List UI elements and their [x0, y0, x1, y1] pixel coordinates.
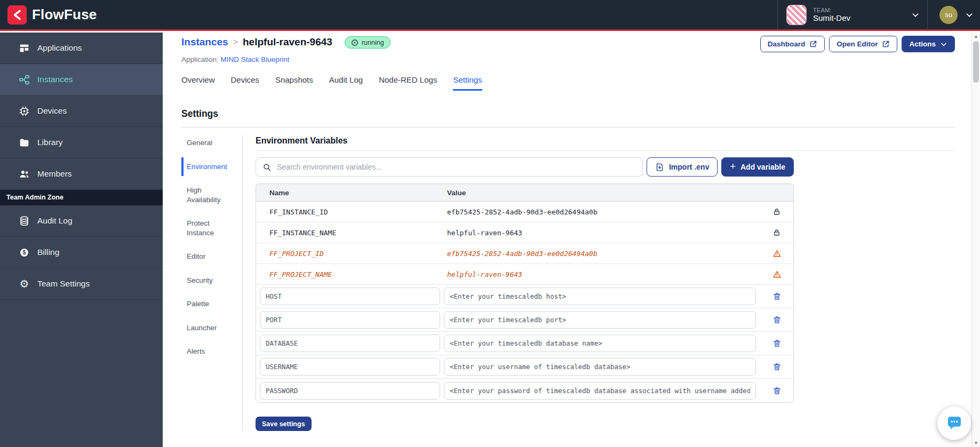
section-title: Environment Variables [256, 136, 955, 146]
page-scrollbar: ▲ ▼ [971, 33, 980, 447]
subnav-high-availability[interactable]: High Availability [187, 186, 236, 204]
table-row: FF_INSTANCE_ID efb75425-2852-4adb-90d3-e… [256, 202, 793, 222]
env-value: helpful-raven-9643 [443, 270, 760, 278]
env-value-input[interactable] [444, 382, 756, 400]
sidebar-item-billing[interactable]: $ Billing [0, 237, 163, 268]
env-value-input[interactable] [444, 334, 756, 352]
table-row: FF_INSTANCE_NAME helpful-raven-9643 [256, 222, 793, 243]
flowfuse-logo-icon [7, 5, 27, 25]
table-row [256, 332, 793, 355]
sidebar-item-instances[interactable]: Instances [0, 64, 163, 95]
brand-name: FlowFuse [32, 6, 97, 23]
env-variables-table: Name Value FF_INSTANCE_ID efb75425-2852-… [256, 183, 794, 403]
search-icon [262, 163, 272, 172]
chevron-down-icon [911, 11, 920, 19]
column-header-name: Name [256, 189, 443, 197]
save-settings-button[interactable]: Save settings [256, 417, 312, 431]
chat-bubble-icon [945, 414, 963, 433]
subnav-security[interactable]: Security [187, 276, 236, 285]
scrollbar-thumb[interactable] [973, 41, 979, 83]
env-name: FF_INSTANCE_ID [256, 208, 443, 216]
tab-snapshots[interactable]: Snapshots [275, 75, 313, 91]
env-name: FF_PROJECT_ID [256, 250, 443, 258]
team-selector[interactable]: TEAM: Sumit-Dev [778, 0, 927, 30]
tab-devices[interactable]: Devices [231, 75, 259, 91]
env-name-input[interactable] [260, 358, 440, 376]
play-circle-icon [351, 39, 358, 46]
divider [181, 127, 955, 127]
team-avatar [786, 5, 807, 25]
breadcrumb-instances-link[interactable]: Instances [181, 36, 228, 48]
env-value-input[interactable] [444, 358, 756, 376]
sidebar-item-devices[interactable]: Devices [0, 95, 163, 127]
trash-icon[interactable] [772, 386, 782, 395]
open-editor-button[interactable]: Open Editor [829, 36, 897, 52]
env-value: helpful-raven-9643 [443, 229, 760, 237]
sidebar-item-members[interactable]: Members [0, 158, 163, 190]
table-row: FF_PROJECT_ID efb75425-2852-4adb-90d3-ee… [256, 243, 793, 264]
sidebar-item-label: Devices [37, 106, 67, 116]
table-row [256, 285, 793, 308]
sidebar-item-audit-log[interactable]: Audit Log [0, 205, 163, 237]
import-file-icon [655, 163, 664, 172]
trash-icon[interactable] [772, 292, 782, 301]
dashboard-button[interactable]: Dashboard [760, 36, 825, 52]
dollar-circle-icon: $ [19, 247, 30, 258]
env-name-input[interactable] [260, 334, 440, 352]
column-header-value: Value [443, 189, 760, 197]
search-box [256, 157, 643, 177]
sidebar-item-label: Audit Log [37, 216, 73, 226]
table-header-row: Name Value [256, 184, 793, 202]
subnav-environment[interactable]: Environment [187, 162, 236, 172]
subnav-editor[interactable]: Editor [187, 252, 236, 261]
scroll-up-arrow[interactable]: ▲ [972, 34, 980, 39]
actions-button[interactable]: Actions [902, 36, 955, 52]
sidebar-item-label: Instances [37, 75, 73, 84]
add-variable-button[interactable]: + Add variable [721, 157, 794, 177]
flowfuse-logo[interactable]: FlowFuse [7, 5, 97, 25]
import-env-button[interactable]: Import .env [647, 157, 718, 177]
divider [256, 150, 955, 151]
instance-name: helpful-raven-9643 [243, 36, 332, 48]
env-value-input[interactable] [444, 311, 756, 329]
svg-text:$: $ [23, 249, 26, 256]
subnav-general[interactable]: General [187, 138, 236, 148]
external-link-icon [809, 40, 817, 48]
tab-overview[interactable]: Overview [181, 75, 215, 91]
tab-audit-log[interactable]: Audit Log [329, 75, 363, 91]
application-label: Application: [181, 55, 219, 63]
sidebar-item-library[interactable]: Library [0, 127, 163, 158]
trash-icon[interactable] [772, 339, 782, 348]
gear-icon: ⚙ [19, 278, 30, 290]
env-name-input[interactable] [260, 288, 440, 305]
user-avatar: su [939, 6, 958, 24]
trash-icon[interactable] [772, 362, 782, 371]
sidebar-item-applications[interactable]: Applications [0, 33, 163, 64]
user-menu[interactable]: su [928, 6, 980, 24]
warning-icon [772, 249, 782, 258]
sidebar-item-label: Billing [37, 248, 59, 257]
team-admin-zone-header: Team Admin Zone [0, 190, 163, 205]
cpu-chip-icon [19, 106, 30, 117]
application-link[interactable]: MIND Stack Blueprint [221, 55, 290, 63]
search-input[interactable] [277, 163, 636, 171]
env-name-input[interactable] [260, 382, 440, 400]
sidebar-item-team-settings[interactable]: ⚙ Team Settings [0, 268, 163, 300]
warning-icon [772, 270, 782, 279]
scroll-down-arrow[interactable]: ▼ [972, 441, 980, 445]
subnav-protect-instance[interactable]: Protect Instance [187, 219, 236, 237]
env-value-input[interactable] [444, 288, 756, 305]
subnav-palette[interactable]: Palette [187, 299, 236, 309]
table-row: FF_PROJECT_NAME helpful-raven-9643 [256, 264, 793, 285]
status-badge: running [345, 36, 391, 49]
subnav-launcher[interactable]: Launcher [187, 323, 236, 333]
vertical-divider [242, 135, 243, 431]
settings-subnav: General Environment High Availability Pr… [181, 135, 242, 431]
chevron-down-icon [940, 41, 947, 48]
subnav-alerts[interactable]: Alerts [187, 347, 236, 356]
tab-nodered-logs[interactable]: Node-RED Logs [379, 75, 437, 91]
env-name-input[interactable] [260, 311, 440, 329]
trash-icon[interactable] [772, 315, 782, 324]
chat-widget-button[interactable] [937, 406, 971, 440]
tab-settings[interactable]: Settings [453, 75, 482, 91]
